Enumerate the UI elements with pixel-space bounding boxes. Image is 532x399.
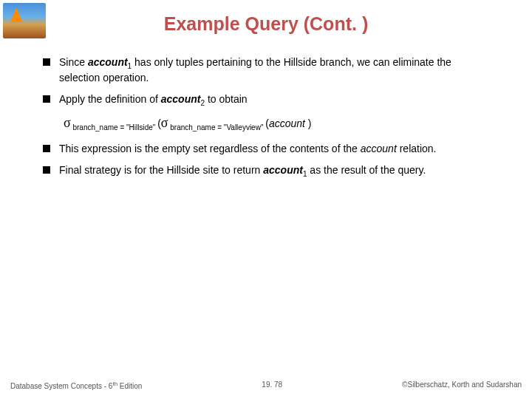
bullet-1-text: Since account1 has only tuples pertainin… [59,55,489,85]
text: to obtain [205,93,248,105]
account-word: account [361,143,397,154]
text: as the result of the query. [307,164,426,176]
text: Final strategy is for the Hillside site … [59,164,263,176]
account-word: account [88,56,128,68]
slide-content: Since account1 has only tuples pertainin… [0,55,532,179]
account-word: account [263,164,303,176]
footer-page-number: 19. 78 [262,381,282,390]
slide-title: Example Query (Cont. ) [0,13,532,35]
formula: σ branch_name = "Hillside" (σ branch_nam… [64,115,489,132]
account-word: account [161,93,201,105]
sigma-subscript-1: branch_name = "Hillside" [71,123,157,132]
bullet-square-icon [43,145,50,152]
bullet-1: Since account1 has only tuples pertainin… [43,55,489,85]
decorative-thumbnail [3,3,46,38]
sail-shape [10,7,22,22]
sigma-symbol: σ [161,115,168,130]
bullet-4: Final strategy is for the Hillside site … [43,163,489,179]
bullet-4-text: Final strategy is for the Hillside site … [59,163,489,179]
sigma-subscript-2: branch_name = "Valleyview" [168,123,266,132]
text: relation. [397,143,437,154]
footer-left: Database System Concepts - 6th Edition [10,381,142,390]
bullet-2-text: Apply the definition of account2 to obta… [59,92,489,108]
text: Database System Concepts - 6 [10,382,112,390]
bullet-square-icon [43,58,50,66]
footer-copyright: ©Silberschatz, Korth and Sudarshan [402,381,522,390]
bullet-3: This expression is the empty set regardl… [43,142,489,156]
text: This expression is the empty set regardl… [59,143,361,154]
sigma-symbol: σ [64,115,71,130]
text: Apply the definition of [59,93,161,105]
text: Edition [117,382,142,390]
bullet-square-icon [43,166,50,174]
bullet-2: Apply the definition of account2 to obta… [43,92,489,108]
slide-footer: Database System Concepts - 6th Edition 1… [0,381,532,390]
text: Since [59,56,88,68]
bullet-square-icon [43,95,50,103]
bullet-3-text: This expression is the empty set regardl… [59,142,489,156]
paren: ) [308,117,312,129]
account-word: account [269,117,308,129]
